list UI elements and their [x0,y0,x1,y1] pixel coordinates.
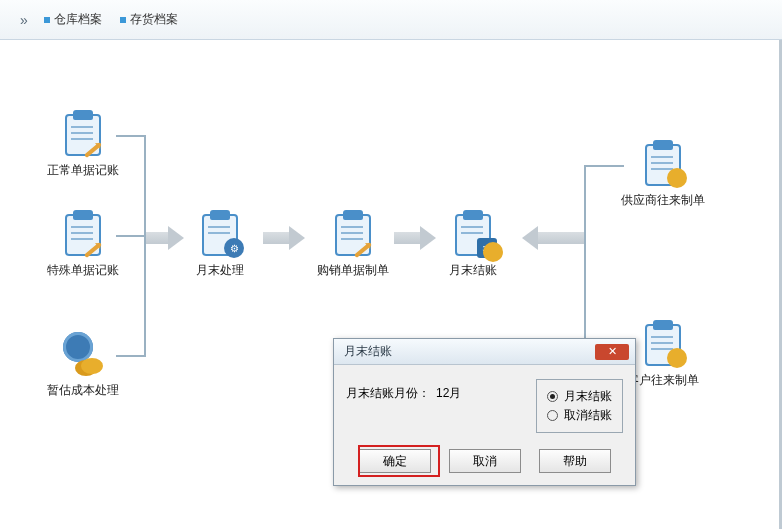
connector-line [116,235,146,237]
radio-icon [547,391,558,402]
node-label: 月末结账 [418,262,528,279]
arrow-right-icon [146,226,184,250]
month-value: 12月 [436,385,461,402]
toolbar-expander[interactable]: » [20,12,26,28]
clipboard-calendar-coin-icon: 31 [449,210,497,258]
top-toolbar: » 仓库档案 存货档案 [0,0,782,40]
workflow-canvas: 正常单据记账 特殊单据记账 暂估成本处理 ⚙ 月末处理 购销单据制单 [0,40,782,529]
node-estimate-cost[interactable]: 暂估成本处理 [28,330,138,399]
node-supplier-contra[interactable]: 供应商往来制单 [608,140,718,209]
node-normal-posting[interactable]: 正常单据记账 [28,110,138,179]
toolbar-link-warehouse[interactable]: 仓库档案 [44,11,102,28]
month-label: 月末结账月份： [346,385,430,402]
arrow-left-icon [522,226,584,250]
node-label: 购销单据制单 [298,262,408,279]
dialog-titlebar[interactable]: 月末结账 ✕ [334,339,635,365]
connector-line [584,165,624,167]
connector-line [584,165,586,347]
radio-cancel-close[interactable]: 取消结账 [547,407,612,424]
clipboard-pen-icon [59,110,107,158]
node-label: 暂估成本处理 [28,382,138,399]
connector-line [116,355,146,357]
clipboard-gear-icon: ⚙ [196,210,244,258]
node-label: 月末处理 [165,262,275,279]
arrow-right-icon [394,226,436,250]
cancel-button[interactable]: 取消 [449,449,521,473]
month-end-close-dialog: 月末结账 ✕ 月末结账月份： 12月 月末结账 取消结账 [333,338,636,486]
toolbar-link-label: 仓库档案 [54,11,102,28]
radio-label: 月末结账 [564,388,612,405]
dialog-body: 月末结账月份： 12月 月末结账 取消结账 确定 取消 帮助 [334,365,635,485]
clipboard-pen-icon [59,210,107,258]
bullet-icon [120,17,126,23]
radio-icon [547,410,558,421]
ok-button[interactable]: 确定 [359,449,431,473]
node-label: 特殊单据记账 [28,262,138,279]
dialog-close-button[interactable]: ✕ [595,344,629,360]
node-label: 供应商往来制单 [608,192,718,209]
arrow-right-icon [263,226,305,250]
dialog-title-text: 月末结账 [344,343,392,360]
clipboard-coin-icon [639,320,687,368]
gear-coins-icon [59,330,107,378]
node-special-posting[interactable]: 特殊单据记账 [28,210,138,279]
bullet-icon [44,17,50,23]
close-option-group: 月末结账 取消结账 [536,379,623,433]
help-button[interactable]: 帮助 [539,449,611,473]
clipboard-pen-icon [329,210,377,258]
clipboard-coin-icon [639,140,687,188]
connector-line [116,135,146,137]
radio-month-end-close[interactable]: 月末结账 [547,388,612,405]
toolbar-link-label: 存货档案 [130,11,178,28]
node-label: 正常单据记账 [28,162,138,179]
node-purchase-sale-voucher[interactable]: 购销单据制单 [298,210,408,279]
toolbar-link-inventory[interactable]: 存货档案 [120,11,178,28]
radio-label: 取消结账 [564,407,612,424]
